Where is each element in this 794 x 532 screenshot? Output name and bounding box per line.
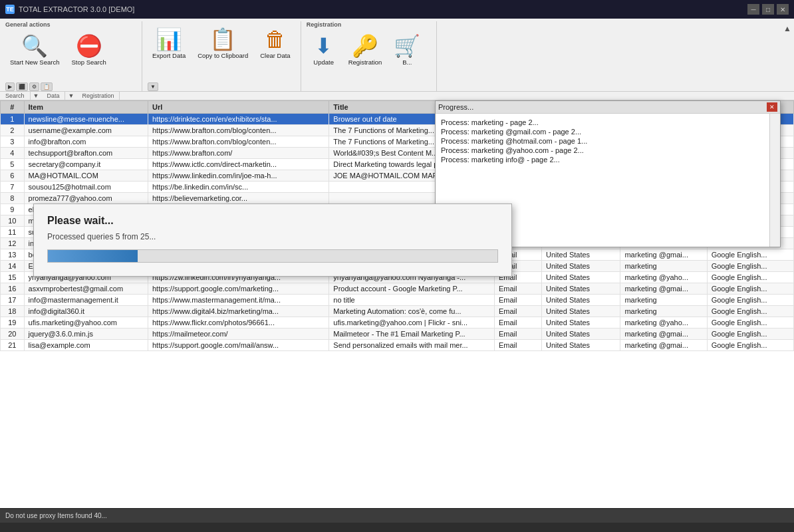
table-row[interactable]: 18info@digital360.ithttps://www.digital4… <box>1 306 794 317</box>
table-cell: United States <box>542 261 620 272</box>
table-cell: marketing @gmai... <box>620 329 707 340</box>
progress-line: Process: marketing @yahoo.com - page 2..… <box>441 146 775 155</box>
registration-button[interactable]: 🔑 Registration <box>344 32 387 69</box>
main-content: # Item Url Title Type Location Query Eng… <box>0 100 794 508</box>
stop-icon: ⛔ <box>76 35 102 57</box>
col-header-item: Item <box>24 101 148 114</box>
table-cell: marketing <box>620 261 707 272</box>
maximize-button[interactable]: □ <box>762 4 774 15</box>
clipboard-icon: 📋 <box>209 29 236 50</box>
data-small-btn-funnel[interactable]: ▼ <box>148 82 158 91</box>
ribbon-group-registration: Registration ⬇ Update 🔑 Registration 🛒 B… <box>304 21 437 91</box>
progress-scrollbar[interactable] <box>769 114 780 247</box>
clear-icon: 🗑 <box>265 29 286 50</box>
table-cell: https://support.google.com/mail/answ... <box>148 340 329 351</box>
table-cell: https://support.google.com/marketing... <box>148 283 329 295</box>
table-cell: United States <box>542 295 620 306</box>
progress-line: Process: marketing @hotmail.com - page 1… <box>441 136 775 146</box>
table-cell: marketing @gmai... <box>620 340 707 351</box>
start-new-search-button[interactable]: 🔍 Start New Search <box>5 32 64 69</box>
table-cell: Google English... <box>707 249 793 261</box>
minimize-button[interactable]: ─ <box>747 4 759 15</box>
ribbon: General actions 🔍 Start New Search ⛔ Sto… <box>0 19 794 92</box>
table-cell: techsupport@brafton.com <box>24 148 148 159</box>
table-cell: jquery@3.6.0.min.js <box>24 329 148 340</box>
stop-search-label: Stop Search <box>71 59 106 66</box>
table-cell: Google English... <box>707 295 793 306</box>
table-cell: ufis.marketing@yahoo.com | Flickr - sni.… <box>329 317 495 329</box>
start-new-search-label: Start New Search <box>10 59 59 66</box>
stop-search-button[interactable]: ⛔ Stop Search <box>66 32 110 69</box>
table-cell: 9 <box>1 204 25 215</box>
progress-lines: Process: marketing - page 2...Process: m… <box>441 118 775 164</box>
table-cell: lisa@example.com <box>24 340 148 351</box>
table-cell: Google English... <box>707 329 793 340</box>
key-icon: 🔑 <box>352 35 378 57</box>
status-text: Do not use proxy Items found 40... <box>5 512 107 519</box>
table-cell: Email <box>494 306 541 317</box>
group-labels-bar: Search ▼ Data ▼ Registration <box>0 92 794 100</box>
progress-close-button[interactable]: ✕ <box>767 102 777 112</box>
search-label: Search <box>0 92 31 100</box>
small-btn-4[interactable]: 📋 <box>41 82 53 91</box>
table-cell: 13 <box>1 249 25 261</box>
small-btn-1[interactable]: ▶ <box>5 82 15 91</box>
wait-dialog: Please wait... Processed queries 5 from … <box>33 203 512 277</box>
table-cell: United States <box>542 317 620 329</box>
table-cell: https://www.brafton.com/blog/conten... <box>148 136 329 148</box>
table-cell: Google English... <box>707 306 793 317</box>
buy-button[interactable]: 🛒 B... <box>389 32 425 69</box>
registration-group-label: Registration <box>307 21 342 28</box>
table-cell: marketing <box>620 306 707 317</box>
small-btn-2[interactable]: ⬛ <box>16 82 28 91</box>
table-cell: https://drinktec.com/en/exhibitors/sta..… <box>148 114 329 125</box>
close-button[interactable]: ✕ <box>777 4 789 15</box>
table-cell: 19 <box>1 317 25 329</box>
table-row[interactable]: 17info@mastermanagement.ithttps://www.ma… <box>1 295 794 306</box>
progress-line: Process: marketing info@ - page 2... <box>441 155 775 164</box>
table-cell: 14 <box>1 261 25 272</box>
table-cell: Google English... <box>707 272 793 283</box>
table-row[interactable]: 19ufis.marketing@yahoo.comhttps://www.fl… <box>1 317 794 329</box>
table-cell: 1 <box>1 114 25 125</box>
update-button[interactable]: ⬇ Update <box>307 32 341 69</box>
table-cell: 15 <box>1 272 25 283</box>
copy-clipboard-button[interactable]: 📋 Copy to Clipboard <box>193 25 253 63</box>
table-cell: promeza777@yahoo.com <box>24 193 148 204</box>
data-filter-icon: ▼ <box>65 92 76 100</box>
table-cell: 21 <box>1 340 25 351</box>
table-cell: Marketing Automation: cos'è, come fu... <box>329 306 495 317</box>
table-cell: username@example.com <box>24 125 148 136</box>
table-cell: Email <box>494 340 541 351</box>
table-row[interactable]: 21lisa@example.comhttps://support.google… <box>1 340 794 351</box>
table-cell: https://www.linkedin.com/in/joe-ma-h... <box>148 170 329 182</box>
table-cell: marketing @gmai... <box>620 283 707 295</box>
table-cell: Send personalized emails with mail mer..… <box>329 340 495 351</box>
data-label: Data <box>41 92 65 100</box>
table-cell: https://www.brafton.com/blog/conten... <box>148 125 329 136</box>
table-cell: United States <box>542 340 620 351</box>
update-icon: ⬇ <box>315 35 332 57</box>
table-cell: info@brafton.com <box>24 136 148 148</box>
export-data-button[interactable]: 📊 Export Data <box>148 25 190 63</box>
table-row[interactable]: 16asxvmprobertest@gmail.comhttps://suppo… <box>1 283 794 295</box>
data-buttons: 📊 Export Data 📋 Copy to Clipboard 🗑 Clea… <box>148 23 295 82</box>
general-actions-buttons: 🔍 Start New Search ⛔ Stop Search <box>5 29 111 82</box>
wait-title: Please wait... <box>47 215 498 227</box>
export-data-label: Export Data <box>152 52 186 59</box>
table-row[interactable]: 20jquery@3.6.0.min.jshttps://mailmeteor.… <box>1 329 794 340</box>
table-cell: 5 <box>1 159 25 170</box>
clear-data-button[interactable]: 🗑 Clear Data <box>255 25 295 63</box>
search-filter-icon: ▼ <box>31 92 42 100</box>
title-bar: TE TOTAL EXTRACTOR 3.0.0 [DEMO] ─ □ ✕ <box>0 0 794 19</box>
ribbon-collapse-button[interactable]: ▲ <box>783 24 791 33</box>
table-cell: 20 <box>1 329 25 340</box>
table-cell: sousou125@hotmail.com <box>24 182 148 193</box>
table-cell: marketing <box>620 295 707 306</box>
small-btn-3[interactable]: ⚙ <box>29 82 39 91</box>
table-cell: 6 <box>1 170 25 182</box>
progress-line: Process: marketing - page 2... <box>441 118 775 127</box>
table-cell: 11 <box>1 227 25 238</box>
ribbon-collapse: ▲ <box>783 21 791 91</box>
table-cell: info@mastermanagement.it <box>24 295 148 306</box>
